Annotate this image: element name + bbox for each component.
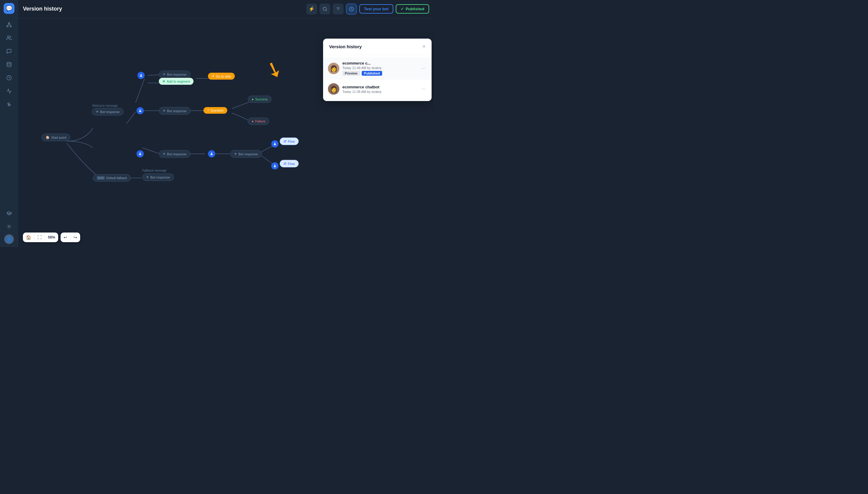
test-bot-button[interactable]: Test your bot [359, 4, 393, 14]
sidebar-item-education[interactable] [4, 208, 15, 218]
version-history-panel: Version history × 👩 ecommerce c... Today… [323, 39, 432, 101]
question-icon: ? [207, 109, 209, 112]
sidebar-item-contacts[interactable] [4, 33, 15, 43]
version-avatar-2: 👩 [328, 83, 339, 95]
version-badges-1: Preview Published [342, 71, 417, 76]
send-icon-4: ✈ [163, 152, 165, 156]
svg-point-17 [140, 110, 141, 111]
search-button[interactable] [319, 4, 330, 15]
clock-button[interactable] [346, 4, 357, 15]
svg-point-1 [7, 26, 8, 27]
version-item-2[interactable]: 👩 ecommerce chatbot Today 11:38 AM by dz… [323, 80, 432, 99]
svg-point-18 [140, 74, 142, 75]
version-item-1[interactable]: 👩 ecommerce c... Today 11:49 AM by dzabo… [323, 57, 432, 80]
version-panel-header: Version history × [323, 39, 432, 55]
svg-line-12 [326, 10, 327, 11]
published-badge[interactable]: Published [362, 71, 382, 76]
sidebar-item-conversations[interactable] [4, 46, 15, 57]
filter-button[interactable] [333, 4, 343, 15]
page-title: Version history [23, 6, 62, 12]
expand-button[interactable]: ⛶ [34, 232, 45, 242]
welcome-message-label: Welcome message [92, 104, 118, 107]
redo-button[interactable]: ↪ [71, 232, 80, 242]
user-circle-4 [208, 150, 215, 157]
bot-response-top-node[interactable]: ✈ Bot response [159, 71, 191, 78]
check-icon: ✓ [400, 7, 404, 11]
svg-line-3 [7, 24, 9, 26]
flow-canvas[interactable]: ➘ 🏠 Start point Welcome message ✈ Bot re… [18, 18, 434, 247]
svg-point-10 [8, 226, 9, 227]
svg-point-8 [7, 103, 9, 104]
version-info-1: ecommerce c... Today 11:49 AM by dzaboj … [342, 61, 417, 76]
welcome-bot-response-node[interactable]: ✈ Bot response [92, 108, 123, 115]
version-more-2[interactable]: ··· [420, 85, 427, 93]
sidebar-item-data[interactable] [4, 59, 15, 70]
start-point-node[interactable]: 🏠 Start point [42, 134, 70, 141]
version-time-1: Today 11:49 AM by dzaboj [342, 66, 417, 70]
sidebar-item-activity[interactable] [4, 72, 15, 83]
bot-response-2-node[interactable]: ✈ Bot response [159, 107, 191, 115]
svg-point-22 [274, 165, 275, 166]
svg-point-5 [7, 36, 9, 38]
version-list: 👩 ecommerce c... Today 11:49 AM by dzabo… [323, 55, 432, 101]
zoom-level: 56% [45, 233, 58, 242]
bot-response-5-node[interactable]: ✈ Bot response [230, 150, 262, 158]
version-avatar-1: 👩 [328, 63, 339, 74]
user-circle-1 [137, 107, 144, 114]
sidebar-item-analytics[interactable] [4, 86, 15, 96]
send-icon-6: ✈ [146, 175, 149, 179]
user-circle-3 [137, 150, 144, 157]
fallback-message-label: Fallback message [142, 169, 167, 172]
send-icon-2: ✈ [163, 109, 165, 113]
topbar: Version history ⚡ Test your bot ✓ Publis… [18, 0, 434, 18]
version-name-1: ecommerce c... [342, 61, 417, 65]
version-panel-close[interactable]: × [422, 43, 426, 50]
preview-badge[interactable]: Preview [342, 71, 360, 76]
add-icon: ⊕ [162, 79, 165, 83]
question-node[interactable]: ? Question [203, 107, 227, 114]
send-icon-3: ✈ [163, 72, 165, 76]
send-icon-5: ✈ [234, 152, 237, 156]
flow-2-node[interactable]: ⇄ Flow [280, 160, 299, 167]
sidebar-item-audience[interactable] [4, 99, 15, 110]
version-time-2: Today 11:38 AM by dzaboj [342, 90, 417, 94]
bot-response-4-node[interactable]: ✈ Bot response [159, 150, 191, 158]
user-circle-flow-1 [271, 140, 278, 148]
svg-point-2 [10, 26, 12, 27]
main-area: Version history ⚡ Test your bot ✓ Publis… [18, 0, 434, 247]
user-circle-flow-2 [271, 162, 278, 170]
version-info-2: ecommerce chatbot Today 11:38 AM by dzab… [342, 85, 417, 94]
version-more-1[interactable]: ··· [420, 64, 427, 72]
user-avatar[interactable]: 👤 [4, 234, 14, 244]
add-to-segment-node[interactable]: ⊕ Add to segment [159, 78, 194, 85]
default-fallback-node[interactable]: ELM Default fallback [93, 174, 131, 182]
svg-point-0 [8, 23, 9, 24]
sidebar-logo[interactable]: 💬 [4, 3, 15, 14]
success-node[interactable]: ● Success [248, 96, 272, 103]
published-button[interactable]: ✓ Published [396, 4, 429, 14]
svg-line-4 [9, 24, 11, 26]
fallback-bot-response-node[interactable]: ✈ Bot response [142, 173, 174, 181]
undo-redo-controls: ↩ ↪ [61, 232, 80, 242]
lightning-button[interactable]: ⚡ [306, 4, 317, 15]
version-name-2: ecommerce chatbot [342, 85, 417, 89]
failure-icon: ● [252, 119, 254, 123]
send-icon: ✈ [96, 110, 99, 114]
sidebar-item-flows[interactable] [4, 19, 15, 30]
svg-point-20 [211, 153, 212, 154]
arrow-annotation: ➘ [262, 55, 287, 84]
flow-icon-1: ⇄ [283, 139, 286, 143]
fit-to-screen-button[interactable]: 🏠 [23, 232, 34, 242]
undo-button[interactable]: ↩ [61, 232, 70, 242]
svg-point-9 [9, 104, 11, 106]
flow-1-node[interactable]: ⇄ Flow [280, 137, 299, 145]
go-to-step-node[interactable]: ↺ Go to step [208, 73, 235, 80]
sidebar-item-settings[interactable] [4, 221, 15, 232]
home-icon: 🏠 [45, 135, 50, 139]
loop-icon: ↺ [212, 74, 214, 78]
failure-node[interactable]: ● Failure [248, 118, 269, 125]
topbar-actions: ⚡ Test your bot ✓ Published [306, 4, 430, 15]
sidebar: 💬 👤 [0, 0, 18, 247]
svg-point-11 [323, 7, 327, 11]
else-icon: ELM [97, 176, 105, 180]
